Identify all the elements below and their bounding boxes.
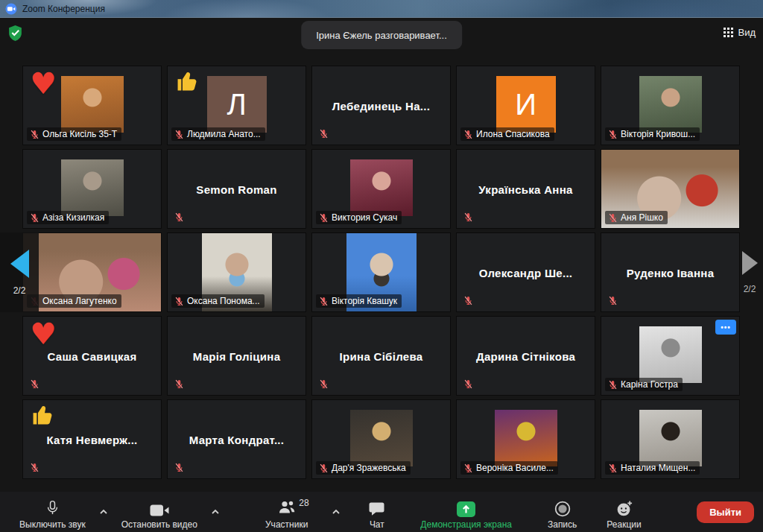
participant-tile[interactable]: Оксана Понома... — [167, 232, 306, 312]
stop-video-button[interactable]: Остановить видео — [118, 494, 200, 530]
muted-mic-icon — [608, 463, 618, 473]
participant-name-badge: Виктория Сукач — [316, 211, 402, 224]
participant-name: Людмила Анато... — [187, 129, 261, 139]
participant-tile[interactable]: Азіза Кизилкая — [22, 149, 162, 229]
participant-tile[interactable]: ♥Ольга Кисіль 35-Т — [22, 66, 162, 145]
view-button-label: Вид — [738, 27, 756, 38]
participant-name: Українська Анна — [478, 183, 572, 195]
participant-name-badge: Ольга Кисіль 35-Т — [27, 127, 121, 141]
participant-tile[interactable]: Оксана Лагутенко — [22, 232, 162, 312]
muted-mic-indicator — [174, 379, 184, 389]
view-button[interactable]: Вид — [724, 27, 756, 38]
participant-name-badge: Азіза Кизилкая — [27, 211, 109, 224]
page-indicator-right: 2/2 — [744, 284, 756, 294]
mute-button[interactable]: Выключить звук — [16, 494, 89, 530]
participant-name: Азіза Кизилкая — [42, 212, 104, 223]
participant-name: Каріна Гостра — [621, 379, 678, 390]
muted-mic-icon — [608, 213, 618, 223]
audio-options-chevron-icon[interactable] — [96, 501, 111, 521]
muted-mic-indicator — [319, 129, 329, 139]
muted-mic-indicator — [30, 463, 39, 472]
stop-video-label: Остановить видео — [121, 519, 197, 530]
muted-mic-icon — [463, 463, 473, 473]
photo-avatar — [639, 76, 702, 133]
share-screen-button[interactable]: Демонстрация экрана — [417, 494, 515, 530]
zoom-window: Zoom Конференция Ірина Єжель разговарива… — [0, 0, 763, 532]
participant-name-badge: Вероніка Василе... — [460, 461, 558, 475]
previous-page-button[interactable]: 2/2 — [0, 232, 39, 312]
muted-mic-icon — [463, 212, 473, 222]
participant-tile[interactable]: Виктория Сукач — [311, 149, 451, 229]
participant-name: Лебединець На... — [332, 99, 431, 112]
participant-name: Дарина Сітнікова — [476, 349, 575, 362]
participant-tile[interactable]: Олександр Ше... — [456, 232, 595, 312]
more-options-button[interactable]: ••• — [715, 320, 736, 335]
participants-icon — [277, 499, 297, 517]
participant-tile[interactable]: Semon Roman — [167, 149, 306, 229]
participant-tile[interactable]: Вікторія Квашук — [311, 232, 451, 312]
muted-mic-indicator — [174, 212, 184, 222]
participant-name: Вікторія Кривош... — [621, 129, 695, 139]
heart-reaction-icon: ♥ — [30, 319, 57, 349]
leave-button[interactable]: Выйти — [697, 501, 754, 523]
participant-tile[interactable]: •••Каріна Гостра — [601, 316, 740, 396]
letter-avatar: И — [496, 76, 556, 133]
participant-tile[interactable]: Марія Голіцина — [167, 316, 306, 396]
participant-tile[interactable]: ИИлона Спасикова — [456, 66, 595, 145]
record-icon — [554, 499, 571, 517]
muted-mic-icon — [30, 379, 39, 389]
participant-name: Марія Голіцина — [193, 349, 281, 362]
participant-tile[interactable]: ♥Саша Савицкая — [22, 316, 162, 396]
microphone-icon — [46, 499, 59, 517]
participant-tile[interactable]: Українська Анна — [456, 149, 595, 229]
participant-name-badge: Оксана Понома... — [171, 294, 265, 308]
window-titlebar[interactable]: Zoom Конференция — [0, 0, 763, 18]
participant-tile[interactable]: Вероніка Василе... — [456, 399, 595, 479]
participant-tile[interactable]: ЛЛюдмила Анато... — [167, 66, 306, 145]
video-options-chevron-icon[interactable] — [208, 501, 223, 521]
mute-button-label: Выключить звук — [19, 519, 86, 530]
photo-avatar — [61, 76, 124, 133]
participants-options-chevron-icon[interactable] — [329, 501, 343, 521]
participants-button[interactable]: 28 Участники — [262, 494, 311, 530]
heart-reaction-icon: ♥ — [30, 69, 57, 98]
reactions-button[interactable]: Реакции — [604, 494, 644, 530]
muted-mic-icon — [30, 213, 39, 223]
muted-mic-icon — [608, 380, 618, 390]
muted-mic-indicator — [174, 463, 184, 472]
participant-tile[interactable]: Руденко Іванна — [601, 232, 740, 312]
muted-mic-icon — [319, 463, 329, 473]
muted-mic-icon — [174, 212, 184, 222]
reactions-icon — [615, 499, 633, 517]
participant-name: Виктория Сукач — [332, 212, 397, 223]
meeting-toolbar: Выключить звук Остановить видео — [0, 492, 763, 532]
window-title: Zoom Конференция — [22, 4, 105, 14]
muted-mic-icon — [608, 130, 618, 139]
participant-tile[interactable]: Вікторія Кривош... — [601, 66, 740, 145]
participant-tile[interactable]: Ірина Сібілева — [311, 316, 451, 396]
participant-tile[interactable]: Дарина Сітнікова — [456, 316, 595, 396]
participant-name-badge: Дар'я Зражевська — [316, 461, 411, 475]
muted-mic-icon — [319, 297, 329, 306]
muted-mic-icon — [174, 130, 184, 139]
participant-name: Руденко Іванна — [627, 266, 715, 279]
reactions-label: Реакции — [607, 519, 641, 530]
participant-tile[interactable]: Дар'я Зражевська — [311, 399, 451, 479]
participant-tile[interactable]: Наталия Мищен... — [601, 399, 740, 479]
thumbs-up-reaction-icon — [30, 402, 57, 430]
participant-name: Вікторія Квашук — [332, 296, 397, 306]
muted-mic-icon — [174, 379, 184, 389]
chat-button[interactable]: Чат — [366, 494, 387, 530]
participant-tile[interactable]: Марта Кондрат... — [167, 399, 306, 479]
muted-mic-icon — [174, 463, 184, 472]
participant-name: Semon Roman — [196, 183, 276, 195]
letter-avatar: Л — [207, 76, 267, 133]
participant-tile[interactable]: Катя Невмерж... — [22, 399, 162, 479]
next-page-button[interactable]: 2/2 — [736, 232, 763, 312]
record-button[interactable]: Запись — [545, 494, 580, 530]
participant-tile[interactable]: Лебединець На... — [311, 66, 451, 145]
participant-tile[interactable]: Аня Рішко — [601, 149, 740, 229]
muted-mic-icon — [463, 296, 473, 305]
muted-mic-indicator — [30, 379, 39, 389]
security-shield-icon[interactable] — [7, 25, 24, 42]
